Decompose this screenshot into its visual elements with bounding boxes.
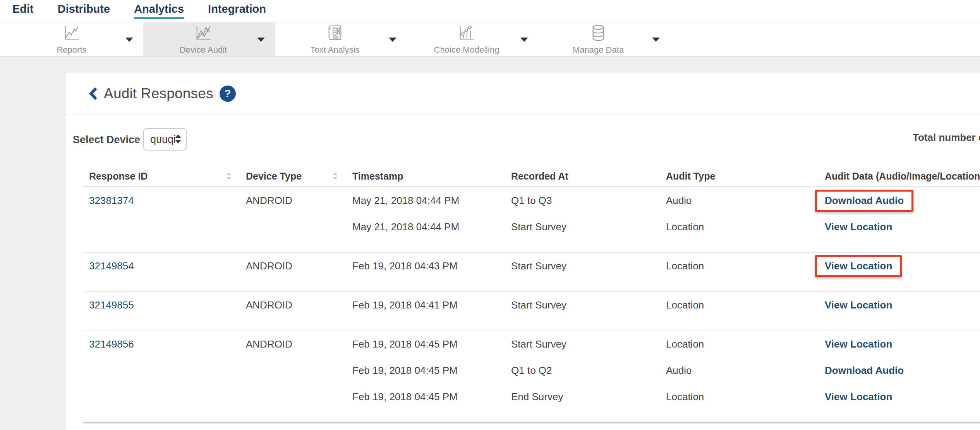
download-audio-link[interactable]: Download Audio — [825, 365, 904, 376]
multi-line-chart-icon — [194, 24, 212, 43]
tab-label: Text Analysis — [310, 45, 359, 55]
audit-type-cell: Location — [660, 221, 819, 233]
table-row: 32149856ANDROIDFeb 19, 2018 04:45 PMStar… — [83, 331, 980, 357]
timestamp-cell: May 21, 2018 04:44 PM — [347, 221, 505, 233]
chevron-down-icon[interactable] — [257, 38, 265, 42]
column-header-response-id[interactable]: Response ID — [83, 171, 240, 182]
column-label: Response ID — [89, 171, 148, 182]
chevron-down-icon[interactable] — [520, 38, 528, 42]
table-body: 32381374ANDROIDMay 21, 2018 04:44 PMQ1 t… — [83, 187, 980, 423]
device-select-value: quuqi — [150, 134, 176, 146]
sort-icon[interactable] — [225, 172, 233, 180]
audit-data-cell: Download Audio — [819, 190, 980, 212]
column-label: Recorded At — [511, 171, 568, 182]
audit-type-cell: Location — [660, 260, 819, 272]
tab-label: Choice Modelling — [434, 45, 499, 55]
tab-text-analysis[interactable]: Text Analysis — [275, 22, 407, 56]
response-id-link[interactable]: 32381374 — [89, 195, 134, 206]
recorded-at-cell: Start Survey — [505, 338, 660, 350]
audit-data-cell: View Location — [819, 299, 980, 311]
tab-label: Manage Data — [573, 45, 624, 55]
audit-type-cell: Location — [660, 299, 819, 311]
line-chart-icon — [63, 24, 81, 43]
page-header: Audit Responses ? — [66, 73, 980, 115]
timestamp-cell: May 21, 2018 04:44 PM — [347, 195, 505, 207]
column-header-recorded-at: Recorded At — [505, 171, 660, 182]
audit-type-cell: Audio — [660, 195, 819, 207]
device-select[interactable]: quuqi — [143, 128, 187, 151]
page-background: Audit Responses ? Select Device quuqi To… — [0, 57, 980, 430]
nav-item-edit[interactable]: Edit — [12, 3, 34, 19]
survey-document-icon — [326, 24, 344, 43]
response-id-link[interactable]: 32149854 — [89, 260, 134, 272]
audit-data-cell: Download Audio — [819, 365, 980, 377]
view-location-link[interactable]: View Location — [825, 338, 892, 350]
device-type-cell: ANDROID — [240, 299, 347, 311]
sort-icon[interactable] — [331, 172, 340, 180]
column-label: Timestamp — [352, 171, 403, 182]
highlight-annotation: View Location — [815, 255, 902, 277]
response-id-link[interactable]: 32149855 — [89, 299, 134, 311]
column-header-audit-type: Audit Type — [660, 171, 819, 182]
tab-reports[interactable]: Reports — [12, 22, 143, 56]
response-id-cell: 32381374 — [83, 195, 240, 207]
device-type-cell: ANDROID — [240, 195, 347, 207]
nav-item-integration[interactable]: Integration — [208, 3, 266, 19]
chevron-left-icon — [89, 87, 98, 101]
timestamp-cell: Feb 19, 2018 04:45 PM — [347, 365, 505, 377]
question-circle-icon[interactable]: ? — [220, 86, 236, 102]
table-row: Feb 19, 2018 04:45 PMQ1 to Q2AudioDownlo… — [83, 357, 980, 384]
select-device-label: Select Device — [73, 134, 140, 146]
recorded-at-cell: Start Survey — [505, 299, 660, 311]
timestamp-cell: Feb 19, 2018 04:45 PM — [347, 338, 505, 350]
chevron-down-icon[interactable] — [652, 38, 660, 42]
top-nav: EditDistributeAnalyticsIntegration — [0, 0, 980, 22]
response-id-cell: 32149854 — [83, 260, 240, 272]
audit-data-cell: View Location — [819, 221, 980, 233]
audit-data-cell: View Location — [819, 338, 980, 350]
nav-item-distribute[interactable]: Distribute — [58, 3, 110, 19]
scatter-chart-icon — [458, 24, 475, 43]
tab-choice-modelling[interactable]: Choice Modelling — [407, 22, 538, 56]
recorded-at-cell: Start Survey — [505, 260, 660, 272]
chevron-down-icon[interactable] — [125, 38, 133, 42]
column-header-device-type[interactable]: Device Type — [240, 171, 347, 182]
response-id-link[interactable]: 32149856 — [89, 338, 134, 350]
view-location-link[interactable]: View Location — [825, 299, 892, 311]
column-header-timestamp: Timestamp — [347, 171, 505, 182]
column-header-audit-data-audio-image-location: Audit Data (Audio/Image/Location) — [819, 171, 980, 182]
audit-data-cell: View Location — [819, 255, 980, 277]
table-header-row: Response IDDevice TypeTimestampRecorded … — [83, 166, 980, 187]
audit-type-cell: Location — [660, 338, 819, 350]
view-location-link[interactable]: View Location — [825, 221, 892, 233]
recorded-at-cell: Q1 to Q2 — [505, 365, 660, 377]
device-type-cell: ANDROID — [240, 260, 347, 272]
column-label: Audit Type — [666, 171, 715, 182]
view-location-link[interactable]: View Location — [825, 391, 892, 403]
tab-label: Device Audit — [180, 45, 227, 55]
column-label: Device Type — [246, 171, 302, 182]
timestamp-cell: Feb 19, 2018 04:45 PM — [347, 391, 505, 403]
back-button[interactable] — [89, 87, 98, 101]
response-id-cell: 32149855 — [83, 299, 240, 311]
select-arrows-icon — [175, 134, 181, 144]
device-type-cell: ANDROID — [240, 338, 347, 350]
recorded-at-cell: End Survey — [505, 391, 660, 403]
table-row: 32149854ANDROIDFeb 19, 2018 04:43 PMStar… — [83, 253, 980, 279]
response-id-cell: 32149856 — [83, 338, 240, 350]
nav-item-analytics[interactable]: Analytics — [134, 3, 184, 19]
total-count-label: Total number of — [913, 132, 980, 144]
recorded-at-cell: Start Survey — [505, 221, 660, 233]
analytics-toolbar: ReportsDevice AuditText AnalysisChoice M… — [0, 22, 980, 57]
table-row: May 21, 2018 04:44 PMStart SurveyLocatio… — [83, 214, 980, 240]
tab-device-audit[interactable]: Device Audit — [143, 22, 275, 56]
chevron-down-icon[interactable] — [389, 38, 396, 42]
download-audio-link[interactable]: Download Audio — [825, 195, 904, 206]
column-label: Audit Data (Audio/Image/Location) — [825, 171, 980, 182]
view-location-link[interactable]: View Location — [825, 260, 892, 272]
table-row-group: 32149854ANDROIDFeb 19, 2018 04:43 PMStar… — [83, 253, 980, 292]
table-row-group: 32149856ANDROIDFeb 19, 2018 04:45 PMStar… — [83, 331, 980, 423]
table-row-group: 32149855ANDROIDFeb 19, 2018 04:41 PMStar… — [83, 292, 980, 331]
recorded-at-cell: Q1 to Q3 — [505, 195, 660, 207]
tab-manage-data[interactable]: Manage Data — [538, 22, 670, 56]
